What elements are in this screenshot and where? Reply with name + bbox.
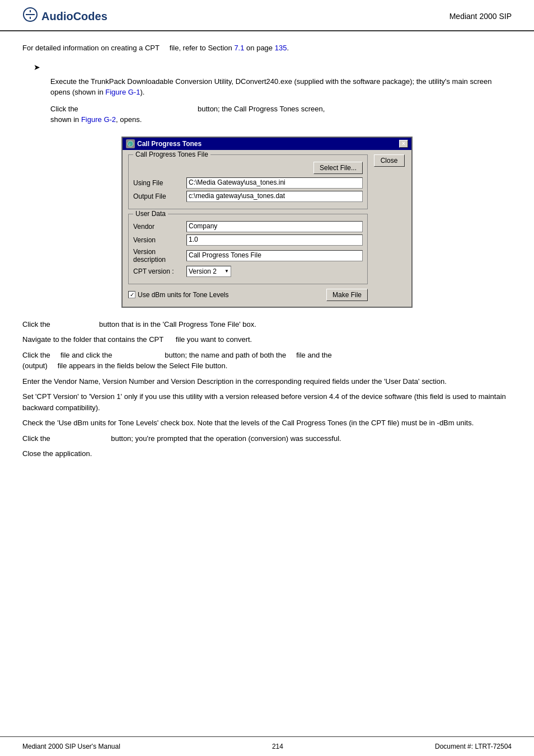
footer-right: Document #: LTRT-72504 [435, 743, 512, 750]
checkbox-label[interactable]: ✓ Use dBm units for Tone Levels [128, 291, 229, 299]
body-para-3: Click the file and click the button; the… [22, 350, 512, 372]
logo-area: AudioCodes [22, 7, 107, 26]
section-link[interactable]: 7.1 [234, 44, 244, 52]
select-file-button[interactable]: Select File... [313, 162, 363, 174]
body-para-1: Click the button that is in the 'Call Pr… [22, 319, 512, 330]
page-link[interactable]: 135 [275, 44, 287, 52]
version-desc-row: Version description Call Progress Tones … [133, 248, 363, 264]
footer-center: 214 [272, 743, 283, 750]
version-desc-input[interactable]: Call Progress Tones File [186, 250, 363, 261]
header-title: Mediant 2000 SIP [449, 12, 512, 21]
dialog-title: Call Progress Tones [137, 140, 202, 148]
logo-text: AudioCodes [41, 10, 107, 23]
dialog-titlebar: ♪ Call Progress Tones × [123, 138, 411, 150]
body-para-5: Set 'CPT Version' to 'Version 1' only if… [22, 391, 512, 413]
dialog-close-x-button[interactable]: × [399, 140, 408, 148]
user-data-content: Vendor Company Version 1.0 Version descr… [133, 221, 363, 277]
version-row: Version 1.0 [133, 234, 363, 246]
vendor-input[interactable]: Company [186, 221, 363, 232]
make-file-button[interactable]: Make File [326, 289, 368, 301]
bullet-arrow: ➤ [34, 63, 512, 72]
using-file-input[interactable]: C:\Media Gateway\usa_tones.ini [186, 177, 363, 189]
checkbox-box[interactable]: ✓ [128, 291, 135, 298]
footer: Mediant 2000 SIP User's Manual 214 Docum… [0, 736, 534, 756]
tones-file-groupbox: Call Progress Tones File Select File... … [128, 154, 368, 209]
cpt-version-dropdown[interactable]: Version 2 ▼ [186, 266, 231, 277]
using-file-row: Using File C:\Media Gateway\usa_tones.in… [133, 177, 363, 189]
bullet-para-2: Click the button; the Call Progress Tone… [50, 104, 512, 125]
dialog-main: Call Progress Tones File Select File... … [128, 154, 368, 301]
output-file-row: Output File c:\media gateway\usa_tones.d… [133, 191, 363, 202]
dialog-body: Call Progress Tones File Select File... … [123, 150, 411, 307]
footer-left: Mediant 2000 SIP User's Manual [22, 743, 120, 750]
dropdown-arrow-icon: ▼ [224, 269, 229, 274]
select-file-row: Select File... [133, 162, 363, 174]
version-label: Version [133, 236, 186, 244]
figure-g1-link[interactable]: Figure G-1 [105, 88, 140, 96]
page: AudioCodes Mediant 2000 SIP For detailed… [0, 0, 534, 756]
inline-gap-1 [52, 319, 97, 330]
user-data-groupbox-label: User Data [133, 210, 168, 218]
cpt-version-value: Version 2 [189, 267, 217, 275]
titlebar-left: ♪ Call Progress Tones [126, 139, 202, 148]
version-desc-label: Version description [133, 248, 186, 264]
header: AudioCodes Mediant 2000 SIP [0, 0, 534, 31]
close-button[interactable]: Close [374, 154, 405, 167]
tones-file-groupbox-label: Call Progress Tones File [133, 151, 210, 158]
logo-icon [22, 7, 38, 26]
close-button-column: Close [372, 154, 406, 301]
cpt-version-label: CPT version : [133, 267, 186, 275]
intro-paragraph: For detailed information on creating a C… [22, 43, 512, 54]
svg-text:♪: ♪ [129, 142, 131, 146]
tones-file-content: Select File... Using File C:\Media Gatew… [133, 162, 363, 202]
body-para-7: Click the button; you're prompted that t… [22, 433, 512, 444]
figure-g2-link[interactable]: Figure G-2 [81, 115, 116, 124]
bullet-para-1: Execute the TrunkPack Downloadable Conve… [50, 76, 512, 98]
output-file-input[interactable]: c:\media gateway\usa_tones.dat [186, 191, 363, 202]
body-para-2: Navigate to the folder that contains the… [22, 334, 512, 345]
body-para-6: Check the 'Use dBm units for Tone Levels… [22, 417, 512, 429]
dialog-icon: ♪ [126, 139, 135, 148]
checkbox-text: Use dBm units for Tone Levels [138, 291, 229, 299]
cpt-version-row: CPT version : Version 2 ▼ [133, 266, 363, 277]
output-file-label: Output File [133, 192, 186, 200]
body-para-4: Enter the Vendor Name, Version Number an… [22, 376, 512, 387]
main-content: For detailed information on creating a C… [0, 43, 534, 459]
bottom-row: ✓ Use dBm units for Tone Levels Make Fil… [128, 289, 368, 301]
bullet-section: ➤ Execute the TrunkPack Downloadable Con… [34, 63, 512, 125]
version-input[interactable]: 1.0 [186, 234, 363, 246]
body-para-8: Close the application. [22, 448, 512, 459]
using-file-label: Using File [133, 179, 186, 187]
dialog-window: ♪ Call Progress Tones × Call Progress To… [121, 137, 413, 308]
vendor-label: Vendor [133, 223, 186, 231]
user-data-groupbox: User Data Vendor Company Version 1.0 [128, 214, 368, 284]
vendor-row: Vendor Company [133, 221, 363, 232]
